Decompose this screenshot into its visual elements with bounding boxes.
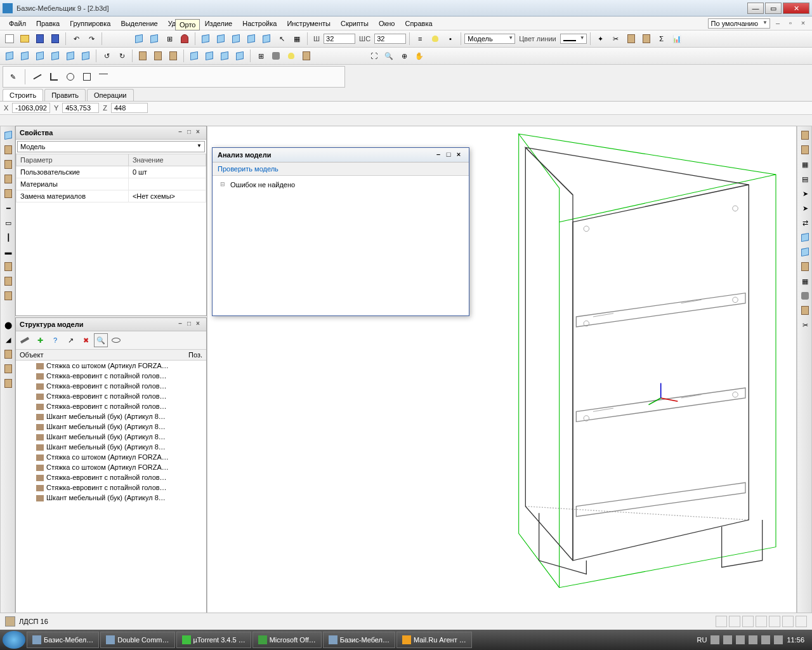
mdi-close-button[interactable]: × xyxy=(798,19,808,28)
menu-tools[interactable]: Инструменты xyxy=(282,18,336,29)
sb-btn-4[interactable] xyxy=(756,616,767,627)
rt-btn-2[interactable] xyxy=(799,143,811,156)
lt-btn-13[interactable]: ⬤ xyxy=(2,319,15,331)
view2-button[interactable] xyxy=(214,32,228,46)
circle-tool[interactable] xyxy=(63,70,77,84)
lang-indicator[interactable]: RU xyxy=(697,636,707,644)
door-button[interactable] xyxy=(624,32,638,46)
lt-btn-10[interactable] xyxy=(2,260,15,273)
mdi-restore-button[interactable]: ▫ xyxy=(785,19,796,28)
st-del-button[interactable]: ✖ xyxy=(79,333,93,347)
tree-item[interactable]: Стяжка со штоком (Артикул FORZA… xyxy=(16,462,206,472)
close-button[interactable]: ✕ xyxy=(783,3,809,14)
menu-help[interactable]: Справка xyxy=(400,18,437,29)
clock[interactable]: 11:56 xyxy=(787,636,804,644)
analysis-dialog[interactable]: Анализ модели – □ × Проверить модель Оши… xyxy=(212,147,469,316)
proj1-button[interactable] xyxy=(3,49,16,63)
menu-window[interactable]: Окно xyxy=(374,18,400,29)
rt-btn-1[interactable] xyxy=(799,129,811,142)
lt-btn-3[interactable] xyxy=(2,158,15,171)
width-input[interactable] xyxy=(324,34,355,44)
rt-btn-8[interactable] xyxy=(799,231,811,244)
rt-btn-6[interactable]: ➤ xyxy=(799,202,811,215)
props-min-button[interactable]: – xyxy=(176,128,185,137)
menu-settings[interactable]: Настройка xyxy=(237,18,282,29)
mat2-button[interactable] xyxy=(151,49,165,63)
dialog-min-button[interactable]: – xyxy=(433,150,443,159)
proj5-button[interactable] xyxy=(63,49,77,63)
render-button[interactable] xyxy=(299,49,313,63)
open-button[interactable] xyxy=(18,32,32,46)
snap2-button[interactable] xyxy=(147,32,161,46)
shade3-button[interactable] xyxy=(218,49,232,63)
rt-btn-14[interactable]: ✂ xyxy=(799,319,811,331)
proj6-button[interactable] xyxy=(79,49,93,63)
lt-btn-2[interactable] xyxy=(2,143,15,156)
struct-close-button[interactable]: × xyxy=(193,320,202,329)
st-eye-button[interactable] xyxy=(109,333,123,347)
dimension-tool[interactable] xyxy=(96,70,110,84)
rt-btn-13[interactable] xyxy=(799,304,811,317)
tree-item[interactable]: Стяжка-евровинт с потайной голов… xyxy=(16,472,206,482)
config-combo[interactable]: По умолчанию xyxy=(708,18,770,29)
tray-icon-6[interactable] xyxy=(774,635,783,644)
lt-btn-5[interactable] xyxy=(2,187,15,200)
shade4-button[interactable] xyxy=(233,49,247,63)
check-model-link[interactable]: Проверить модель xyxy=(218,165,278,173)
lt-btn-15[interactable] xyxy=(2,348,15,361)
lt-btn-6[interactable]: ━ xyxy=(2,202,15,215)
maximize-button[interactable]: ▭ xyxy=(765,3,782,14)
task-item-4[interactable]: Базис-Мебел… xyxy=(323,632,395,648)
sb-btn-7[interactable] xyxy=(796,616,807,627)
st-add-button[interactable]: ✚ xyxy=(33,333,47,347)
view4-button[interactable] xyxy=(244,32,258,46)
struct-col-obj[interactable]: Объект xyxy=(20,351,188,359)
sum-button[interactable]: Σ xyxy=(655,32,669,46)
saveall-button[interactable] xyxy=(48,32,62,46)
ws-input[interactable] xyxy=(374,34,406,44)
sb-btn-2[interactable] xyxy=(729,616,740,627)
lt-btn-16[interactable] xyxy=(2,362,15,375)
tray-icon-4[interactable] xyxy=(749,635,757,644)
lt-btn-8[interactable]: ┃ xyxy=(2,231,15,244)
light2-button[interactable] xyxy=(284,49,298,63)
color-button[interactable]: ▪ xyxy=(443,32,457,46)
tree-item[interactable]: Стяжка-евровинт с потайной голов… xyxy=(16,401,206,411)
st-help-button[interactable]: ? xyxy=(48,333,62,347)
menu-scripts[interactable]: Скрипты xyxy=(336,18,374,29)
rt-btn-11[interactable]: ▦ xyxy=(799,275,811,288)
lt-btn-14[interactable]: ◢ xyxy=(2,333,15,346)
mat3-button[interactable] xyxy=(166,49,180,63)
col-value[interactable]: Значение xyxy=(128,154,206,166)
task-item-1[interactable]: Double Comm… xyxy=(100,632,174,648)
task-item-2[interactable]: µTorrent 3.4.5 … xyxy=(176,632,251,648)
minimize-button[interactable]: — xyxy=(747,3,764,14)
cut-button[interactable]: ✂ xyxy=(609,32,623,46)
tree-item[interactable]: Стяжка со штоком (Артикул FORZA… xyxy=(16,452,206,462)
material-swatch[interactable] xyxy=(5,616,15,627)
task-item-5[interactable]: Mail.Ru Агент … xyxy=(396,632,472,648)
lt-btn-12[interactable] xyxy=(2,289,15,302)
rt-btn-5[interactable]: ➤ xyxy=(799,187,811,200)
tray-icon-2[interactable] xyxy=(723,635,732,644)
view5-button[interactable] xyxy=(259,32,273,46)
tree-item[interactable]: Шкант мебельный (бук) (Артикул 8… xyxy=(16,493,206,503)
ortho-button[interactable]: ⊞ xyxy=(162,32,176,46)
st-edit-button[interactable]: ↗ xyxy=(63,333,77,347)
lt-btn-1[interactable] xyxy=(2,129,15,142)
explode-button[interactable]: ✦ xyxy=(594,32,608,46)
struct-min-button[interactable]: – xyxy=(176,320,185,329)
tray-icon-3[interactable] xyxy=(736,635,745,644)
settings2-button[interactable] xyxy=(269,49,283,63)
chart-button[interactable]: 📊 xyxy=(670,32,684,46)
tab-build[interactable]: Строить xyxy=(3,89,43,101)
tree-item[interactable]: Стяжка-евровинт с потайной голов… xyxy=(16,371,206,381)
sb-btn-5[interactable] xyxy=(769,616,780,627)
struct-col-pos[interactable]: Поз. xyxy=(188,351,202,359)
tab-ops[interactable]: Операции xyxy=(87,89,133,101)
menu-file[interactable]: Файл xyxy=(4,18,31,29)
menu-edit[interactable]: Правка xyxy=(31,18,65,29)
dialog-close-button[interactable]: × xyxy=(454,150,464,159)
menu-group[interactable]: Группировка xyxy=(65,18,115,29)
proj3-button[interactable] xyxy=(33,49,47,63)
